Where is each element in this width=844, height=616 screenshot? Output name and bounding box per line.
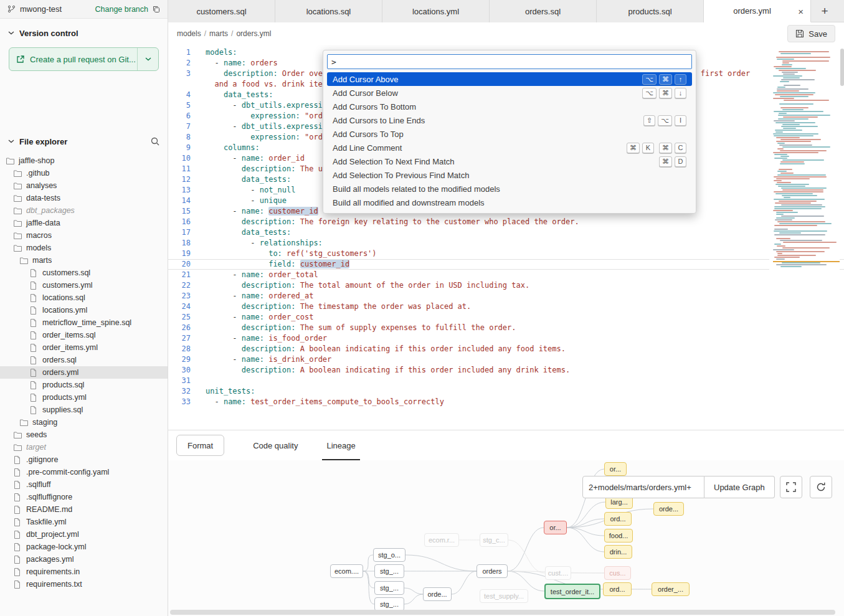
tree-item-products.yml[interactable]: products.yml — [0, 391, 168, 404]
code-line-32[interactable]: 32unit_tests: — [168, 386, 844, 397]
tree-item-Taskfile.yml[interactable]: Taskfile.yml — [0, 516, 168, 528]
lineage-node-ord-2[interactable]: ord... — [603, 582, 632, 596]
tree-item-target[interactable]: target — [0, 441, 168, 453]
code-line-19[interactable]: 19 to: ref('stg_customers') — [168, 249, 844, 259]
tree-item-seeds[interactable]: seeds — [0, 429, 168, 441]
tree-item-locations.sql[interactable]: locations.sql — [0, 291, 168, 304]
breadcrumb-file[interactable]: orders.yml — [236, 29, 271, 38]
lineage-node-drink[interactable]: drin... — [604, 545, 632, 559]
tab-orders.yml[interactable]: orders.yml× — [704, 0, 811, 22]
new-tab-button[interactable]: + — [811, 0, 838, 22]
code-line-17[interactable]: 17 data_tests: — [168, 227, 844, 238]
command-palette-input[interactable] — [327, 54, 692, 69]
lineage-scrollbar[interactable] — [170, 610, 835, 615]
lineage-node-stg-c-faded[interactable]: stg_c... — [480, 533, 508, 547]
tree-item-marts[interactable]: marts — [0, 254, 168, 267]
tree-item-dbt_packages[interactable]: dbt_packages — [0, 204, 168, 217]
lineage-node-stg-1[interactable]: stg_... — [374, 564, 404, 578]
tree-item-customers.sql[interactable]: customers.sql — [0, 267, 168, 279]
fullscreen-icon[interactable] — [780, 476, 802, 498]
lineage-node-ord-1[interactable]: ord... — [604, 512, 632, 526]
create-pr-button[interactable]: Create a pull request on Git... — [9, 48, 137, 70]
breadcrumb-models[interactable]: models — [177, 29, 201, 38]
code-line-30[interactable]: 30 description: A boolean indicating if … — [168, 365, 844, 376]
lineage-node-cust-faded[interactable]: cust.... — [545, 566, 571, 580]
tab-locations.sql[interactable]: locations.sql — [275, 0, 382, 22]
lineage-node-or-pink[interactable]: or... — [544, 521, 567, 534]
version-control-header[interactable]: Version control — [0, 25, 168, 41]
editor[interactable]: 1models:2 - name: orders3 description: O… — [168, 45, 844, 430]
tab-products.sql[interactable]: products.sql — [597, 0, 704, 22]
code-line-21[interactable]: 21 - name: order_total — [168, 270, 844, 280]
code-line-24[interactable]: 24 description: The timestamp the order … — [168, 301, 844, 312]
code-line-27[interactable]: 27 - name: is_food_order — [168, 333, 844, 344]
code-line-18[interactable]: 18 - relationships: — [168, 238, 844, 249]
tree-item-orders.sql[interactable]: orders.sql — [0, 354, 168, 366]
file-explorer-header[interactable]: File explorer — [0, 133, 168, 149]
code-line-25[interactable]: 25 - name: order_cost — [168, 312, 844, 323]
code-line-26[interactable]: 26 description: The sum of supply expens… — [168, 323, 844, 333]
palette-item[interactable]: Add Cursors To Bottom — [327, 100, 692, 113]
tree-item-.sqlfluff[interactable]: .sqlfluff — [0, 478, 168, 491]
tree-item-customers.yml[interactable]: customers.yml — [0, 279, 168, 291]
palette-item[interactable]: Build all models related to the modified… — [327, 182, 692, 196]
lineage-node-stg-o[interactable]: stg_o... — [373, 548, 405, 562]
lineage-node-order-right[interactable]: order_... — [652, 582, 690, 596]
tree-item-analyses[interactable]: analyses — [0, 179, 168, 192]
lineage-graph[interactable]: Update Graph or...larg...ord...food...dr… — [168, 460, 844, 616]
tree-item-.pre-commit-config.yaml[interactable]: .pre-commit-config.yaml — [0, 466, 168, 478]
tree-item-.gitignore[interactable]: .gitignore — [0, 453, 168, 466]
code-line-31[interactable]: 31 — [168, 376, 844, 386]
update-graph-button[interactable]: Update Graph — [704, 476, 775, 498]
tree-item-README.md[interactable]: README.md — [0, 503, 168, 516]
copy-icon[interactable] — [153, 6, 160, 13]
search-icon[interactable] — [151, 137, 159, 146]
lineage-node-ecom-faded[interactable]: ecom.r... — [424, 533, 459, 547]
tree-item-.sqlfluffignore[interactable]: .sqlfluffignore — [0, 491, 168, 503]
palette-item[interactable]: Add Line Comment⌘K⌘C — [327, 141, 692, 154]
code-line-23[interactable]: 23 - name: ordered_at — [168, 291, 844, 301]
lineage-node-cus-pink[interactable]: cus... — [604, 566, 631, 580]
tree-item-models[interactable]: models — [0, 242, 168, 254]
palette-item[interactable]: Add Selection To Next Find Match⌘D — [327, 154, 692, 168]
tree-item-products.sql[interactable]: products.sql — [0, 379, 168, 391]
code-line-22[interactable]: 22 description: The total amount of the … — [168, 280, 844, 291]
lineage-node-stg-2[interactable]: stg_... — [374, 581, 404, 595]
code-line-29[interactable]: 29 - name: is_drink_order — [168, 354, 844, 365]
palette-item[interactable]: Add Cursor Above⌥⌘↑ — [327, 72, 692, 86]
lineage-node-stg-3[interactable]: stg_... — [374, 597, 404, 611]
tree-item-locations.yml[interactable]: locations.yml — [0, 304, 168, 316]
tree-item-requirements.in[interactable]: requirements.in — [0, 566, 168, 578]
palette-item[interactable]: Add Cursor Below⌥⌘↓ — [327, 86, 692, 100]
code-line-16[interactable]: 16 description: The foreign key relating… — [168, 217, 844, 227]
editor-scrollbar[interactable] — [840, 49, 844, 86]
tree-item-package-lock.yml[interactable]: package-lock.yml — [0, 541, 168, 553]
tab-code-quality[interactable]: Code quality — [253, 430, 298, 460]
tree-item-.github[interactable]: .github — [0, 167, 168, 179]
tab-customers.sql[interactable]: customers.sql — [168, 0, 275, 22]
tree-item-metricflow_time_spine.sql[interactable]: metricflow_time_spine.sql — [0, 316, 168, 329]
tree-item-supplies.sql[interactable]: supplies.sql — [0, 404, 168, 416]
palette-item[interactable]: Build all modified and downstream models — [327, 196, 692, 209]
tree-item-staging[interactable]: staging — [0, 416, 168, 429]
lineage-node-test-supply-faded[interactable]: test_supply... — [480, 589, 528, 603]
tree-item-macros[interactable]: macros — [0, 229, 168, 242]
tree-item-packages.yml[interactable]: packages.yml — [0, 553, 168, 566]
lineage-node-ecom[interactable]: ecom.... — [330, 564, 363, 578]
palette-item[interactable]: Add Cursors To Top — [327, 127, 692, 141]
tree-item-orders.yml[interactable]: orders.yml — [0, 366, 168, 379]
tab-lineage[interactable]: Lineage — [326, 430, 355, 460]
lineage-node-orders[interactable]: orders — [477, 564, 508, 578]
refresh-icon[interactable] — [810, 476, 832, 498]
tab-orders.sql[interactable]: orders.sql — [490, 0, 597, 22]
pr-dropdown-button[interactable] — [137, 48, 158, 70]
change-branch-link[interactable]: Change branch — [95, 5, 148, 14]
tab-locations.yml[interactable]: locations.yml — [382, 0, 490, 22]
format-button[interactable]: Format — [176, 435, 224, 456]
code-line-28[interactable]: 28 description: A boolean indicating if … — [168, 344, 844, 354]
tree-item-order_items.yml[interactable]: order_items.yml — [0, 341, 168, 354]
lineage-node-orde-right[interactable]: orde... — [653, 502, 684, 516]
lineage-node-orde-mid[interactable]: orde... — [423, 587, 452, 601]
code-line-33[interactable]: 33 - name: test_order_items_compute_to_b… — [168, 397, 844, 407]
close-icon[interactable]: × — [798, 6, 804, 16]
